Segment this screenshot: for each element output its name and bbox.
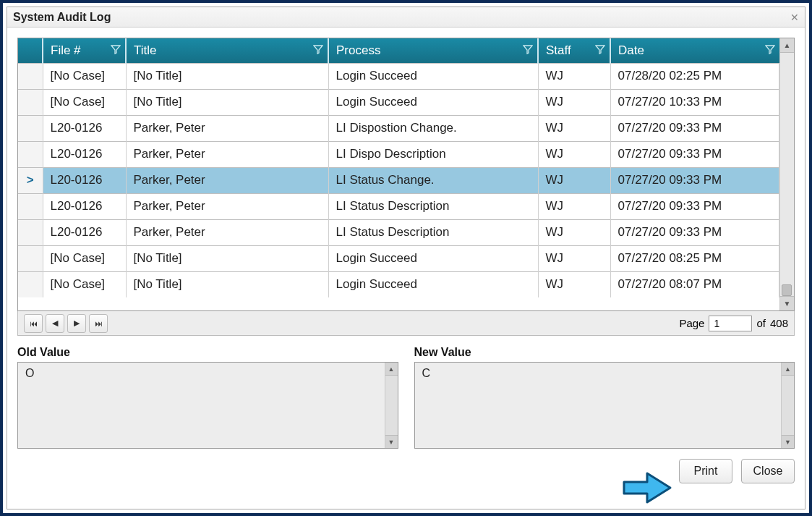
vertical-scrollbar[interactable]: ▲ ▼: [779, 38, 794, 310]
cell-date: 07/28/20 02:25 PM: [610, 63, 779, 89]
cell-staff: WJ: [538, 193, 610, 219]
col-header-file[interactable]: File #: [43, 38, 126, 63]
table-row[interactable]: [No Case][No Title]Login SucceedWJ07/27/…: [18, 245, 779, 271]
pager-last-button[interactable]: ⏭: [89, 314, 108, 333]
cell-title: Parker, Peter: [126, 115, 328, 141]
scroll-up-icon[interactable]: ▲: [385, 363, 398, 376]
old-value-scrollbar[interactable]: ▲ ▼: [385, 363, 398, 448]
cell-process: LI Status Change.: [328, 167, 538, 193]
scroll-up-icon[interactable]: ▲: [780, 38, 794, 53]
cell-process: LI Dispostion Change.: [328, 115, 538, 141]
scroll-down-icon[interactable]: ▼: [780, 296, 794, 310]
filter-icon[interactable]: [313, 44, 323, 54]
col-header-date[interactable]: Date: [610, 38, 779, 63]
col-header-process-label: Process: [336, 43, 380, 57]
cell-file: L20-0126: [43, 193, 126, 219]
cell-title: [No Title]: [126, 245, 328, 271]
cell-file: [No Case]: [43, 271, 126, 297]
pager-page-input[interactable]: [709, 316, 752, 331]
pager-total-pages: 408: [770, 317, 788, 329]
filter-icon[interactable]: [765, 44, 775, 54]
cell-staff: WJ: [538, 167, 610, 193]
cell-date: 07/27/20 08:25 PM: [610, 245, 779, 271]
cell-date: 07/27/20 08:07 PM: [610, 271, 779, 297]
new-value-text: C: [415, 363, 795, 384]
pager-label: Page: [679, 317, 704, 329]
cell-staff: WJ: [538, 271, 610, 297]
col-header-staff[interactable]: Staff: [538, 38, 610, 63]
cell-title: [No Title]: [126, 89, 328, 115]
audit-grid-wrap: File # Title: [17, 38, 795, 311]
scroll-down-icon[interactable]: ▼: [782, 435, 794, 448]
table-row[interactable]: [No Case][No Title]Login SucceedWJ07/27/…: [18, 271, 779, 297]
cell-file: L20-0126: [43, 141, 126, 167]
table-row[interactable]: >L20-0126Parker, PeterLI Status Change.W…: [18, 167, 779, 193]
cell-staff: WJ: [538, 245, 610, 271]
cell-staff: WJ: [538, 141, 610, 167]
new-value-label: New Value: [414, 346, 795, 359]
pager-next-button[interactable]: ▶: [67, 314, 86, 333]
table-row[interactable]: [No Case][No Title]Login SucceedWJ07/28/…: [18, 63, 779, 89]
cell-date: 07/27/20 10:33 PM: [610, 89, 779, 115]
cell-staff: WJ: [538, 63, 610, 89]
cell-date: 07/27/20 09:33 PM: [610, 115, 779, 141]
print-button[interactable]: Print: [679, 459, 732, 483]
row-indicator: [18, 245, 43, 271]
col-header-title[interactable]: Title: [126, 38, 328, 63]
cell-process: Login Succeed: [328, 271, 538, 297]
row-indicator: >: [18, 167, 43, 193]
row-indicator: [18, 219, 43, 245]
old-value-box: O ▲ ▼: [17, 362, 398, 449]
table-row[interactable]: [No Case][No Title]Login SucceedWJ07/27/…: [18, 89, 779, 115]
cell-title: Parker, Peter: [126, 141, 328, 167]
audit-grid: File # Title: [18, 38, 779, 297]
row-indicator: [18, 115, 43, 141]
col-header-process[interactable]: Process: [328, 38, 538, 63]
col-header-date-label: Date: [618, 43, 644, 57]
table-row[interactable]: L20-0126Parker, PeterLI Dispo Descriptio…: [18, 141, 779, 167]
close-icon[interactable]: ✕: [790, 12, 799, 23]
cell-file: L20-0126: [43, 219, 126, 245]
cell-date: 07/27/20 09:33 PM: [610, 167, 779, 193]
close-button[interactable]: Close: [741, 459, 795, 483]
row-indicator: [18, 141, 43, 167]
cell-title: [No Title]: [126, 63, 328, 89]
filter-icon[interactable]: [111, 44, 121, 54]
cell-date: 07/27/20 09:33 PM: [610, 141, 779, 167]
cell-process: Login Succeed: [328, 89, 538, 115]
pager-prev-button[interactable]: ◀: [46, 314, 64, 333]
window-title: System Audit Log: [13, 11, 111, 24]
table-row[interactable]: L20-0126Parker, PeterLI Status Descripti…: [18, 193, 779, 219]
cell-file: [No Case]: [43, 245, 126, 271]
cell-file: L20-0126: [43, 167, 126, 193]
scroll-thumb[interactable]: [782, 284, 792, 296]
col-header-staff-label: Staff: [546, 43, 571, 57]
table-row[interactable]: L20-0126Parker, PeterLI Status Descripti…: [18, 219, 779, 245]
cell-date: 07/27/20 09:33 PM: [610, 193, 779, 219]
cell-date: 07/27/20 09:33 PM: [610, 219, 779, 245]
scroll-down-icon[interactable]: ▼: [385, 435, 398, 448]
cell-staff: WJ: [538, 115, 610, 141]
cell-process: LI Status Description: [328, 193, 538, 219]
cell-file: [No Case]: [43, 89, 126, 115]
cell-staff: WJ: [538, 219, 610, 245]
pager-bar: ⏮ ◀ ▶ ⏭ Page of 408: [17, 311, 795, 336]
cell-process: LI Dispo Description: [328, 141, 538, 167]
pager-first-button[interactable]: ⏮: [24, 314, 43, 333]
cell-file: L20-0126: [43, 115, 126, 141]
cell-file: [No Case]: [43, 63, 126, 89]
cell-title: Parker, Peter: [126, 167, 328, 193]
cell-title: Parker, Peter: [126, 193, 328, 219]
row-indicator: [18, 193, 43, 219]
row-indicator: [18, 89, 43, 115]
new-value-box: C ▲ ▼: [414, 362, 795, 449]
filter-icon[interactable]: [595, 44, 605, 54]
new-value-scrollbar[interactable]: ▲ ▼: [781, 363, 794, 448]
table-row[interactable]: L20-0126Parker, PeterLI Dispostion Chang…: [18, 115, 779, 141]
filter-icon[interactable]: [523, 44, 533, 54]
scroll-up-icon[interactable]: ▲: [782, 363, 794, 376]
col-header-title-label: Title: [134, 43, 157, 57]
row-indicator: [18, 63, 43, 89]
cell-staff: WJ: [538, 89, 610, 115]
pager-of-label: of: [756, 317, 766, 329]
